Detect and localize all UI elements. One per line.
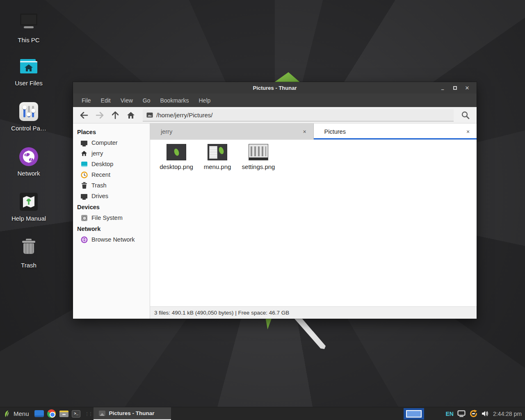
file-menu-png[interactable]: menu.png [197, 144, 238, 170]
menu-label: Menu [14, 410, 29, 417]
desktop-icon-label: Network [9, 170, 48, 177]
up-arrow-icon [112, 111, 119, 119]
trash-can-icon [19, 239, 39, 258]
desktop-icon-help-manual[interactable]: Help Manual [9, 192, 48, 222]
settings-png-thumbnail [249, 144, 268, 160]
desktop-icon-network[interactable]: Network [9, 147, 48, 177]
network-globe-icon [80, 236, 88, 243]
status-bar: 3 files: 490.1 kB (490,050 bytes) | Free… [150, 306, 477, 319]
menu-file[interactable]: File [77, 95, 96, 106]
desktop-icon [80, 160, 88, 168]
show-desktop-launcher[interactable] [33, 407, 46, 420]
mint-logo-icon [3, 410, 10, 418]
sidebar-item-trash[interactable]: Trash [73, 180, 150, 191]
volume-tray-icon[interactable] [482, 410, 489, 417]
tab-pictures[interactable]: Pictures × [314, 123, 477, 139]
file-settings-png[interactable]: settings.png [238, 144, 279, 170]
drives-icon [80, 192, 88, 200]
update-manager-tray-icon[interactable] [469, 409, 478, 418]
tab-close-icon[interactable]: × [464, 128, 472, 135]
file-name: menu.png [197, 163, 238, 170]
window-title: Pictures - Thunar [253, 85, 297, 91]
desktop-icon-trash[interactable]: Trash [9, 237, 48, 269]
back-button[interactable] [76, 109, 92, 121]
window-picture-icon [99, 411, 105, 416]
sidebar-item-label: File System [91, 215, 123, 221]
sidebar-item-desktop[interactable]: Desktop [73, 159, 150, 169]
sidebar-item-file-system[interactable]: File System [73, 212, 150, 223]
sidebar-item-label: Recent [91, 171, 110, 178]
chrome-icon [47, 409, 56, 418]
image-file-icon [146, 112, 153, 118]
sidebar-item-label: Trash [91, 182, 107, 189]
back-arrow-icon [80, 112, 88, 119]
forward-arrow-icon [96, 112, 104, 119]
show-desktop-icon [34, 410, 44, 417]
browser-launcher[interactable] [46, 407, 58, 420]
control-panel-sliders-icon [19, 102, 39, 121]
tab-close-icon[interactable]: × [301, 128, 308, 135]
sidebar-item-drives[interactable]: Drives [73, 191, 150, 201]
tasklist-handle[interactable]: ⋮⋮ [82, 412, 94, 416]
sidebar: Places Computer jerry Desktop [73, 123, 150, 319]
desktop-icon-label: User Files [9, 80, 48, 87]
keyboard-layout-indicator[interactable]: EN [445, 411, 453, 417]
file-desktop-png[interactable]: desktop.png [156, 144, 197, 170]
workspace-switcher[interactable] [404, 408, 424, 420]
close-button[interactable]: ✕ [461, 82, 473, 94]
maximize-button[interactable] [449, 82, 461, 94]
tab-label: jerry [161, 128, 172, 135]
file-list[interactable]: desktop.png menu.png settings.png [150, 140, 477, 306]
hard-drive-icon [80, 214, 88, 221]
computer-icon [80, 139, 88, 146]
clock[interactable]: 2:44:28 pm [493, 411, 522, 417]
file-name: desktop.png [156, 163, 197, 170]
menubar: File Edit View Go Bookmarks Help [73, 94, 477, 107]
up-button[interactable] [107, 109, 123, 121]
sidebar-item-jerry-home[interactable]: jerry [73, 148, 150, 159]
task-button-label: Pictures - Thunar [109, 410, 155, 416]
this-pc-icon [19, 14, 39, 33]
forward-button[interactable] [92, 109, 107, 121]
active-workspace [406, 410, 422, 418]
menu-button[interactable]: Menu [0, 407, 33, 420]
recent-clock-icon [80, 171, 88, 178]
sidebar-header-devices: Devices [73, 201, 150, 212]
desktop-icon-this-pc[interactable]: This PC [9, 11, 48, 44]
menu-bookmarks[interactable]: Bookmarks [155, 95, 194, 106]
file-name: settings.png [238, 163, 279, 170]
display-tray-icon[interactable] [457, 410, 466, 417]
search-icon [461, 111, 470, 120]
home-button[interactable] [123, 109, 139, 121]
tab-jerry[interactable]: jerry × [150, 123, 314, 139]
toolbar: /home/jerry/Pictures/ [73, 107, 477, 123]
sidebar-item-label: Computer [91, 139, 118, 146]
file-manager-launcher[interactable] [58, 407, 70, 420]
desktop-icon-user-files[interactable]: User Files [9, 57, 48, 87]
tab-label: Pictures [324, 128, 346, 135]
desktop-icon-control-panel[interactable]: Control Pa… [9, 102, 48, 132]
system-tray: EN [445, 409, 489, 418]
network-globe-icon [19, 147, 39, 167]
titlebar[interactable]: Pictures - Thunar – ✕ [73, 82, 477, 94]
search-button[interactable] [458, 109, 473, 121]
sidebar-item-browse-network[interactable]: Browse Network [73, 234, 150, 245]
thunar-window: Pictures - Thunar – ✕ File Edit View Go … [73, 82, 477, 319]
sidebar-item-computer[interactable]: Computer [73, 137, 150, 148]
user-files-folder-icon [19, 57, 39, 76]
sidebar-item-label: Browse Network [91, 236, 135, 243]
path-bar[interactable]: /home/jerry/Pictures/ [143, 109, 454, 121]
minimize-button[interactable]: – [436, 82, 449, 94]
menu-help[interactable]: Help [194, 95, 216, 106]
menu-go[interactable]: Go [138, 95, 155, 106]
task-button-thunar[interactable]: Pictures - Thunar [94, 407, 171, 420]
desktop-icon-label: This PC [9, 37, 48, 44]
terminal-launcher[interactable]: >_ [70, 407, 82, 420]
menu-edit[interactable]: Edit [96, 95, 116, 106]
sidebar-header-places: Places [73, 126, 150, 137]
main-pane: jerry × Pictures × desktop.png [150, 123, 477, 319]
status-text: 3 files: 490.1 kB (490,050 bytes) | Free… [154, 310, 289, 316]
sidebar-item-recent[interactable]: Recent [73, 169, 150, 180]
path-text: /home/jerry/Pictures/ [156, 112, 213, 119]
menu-view[interactable]: View [116, 95, 138, 106]
